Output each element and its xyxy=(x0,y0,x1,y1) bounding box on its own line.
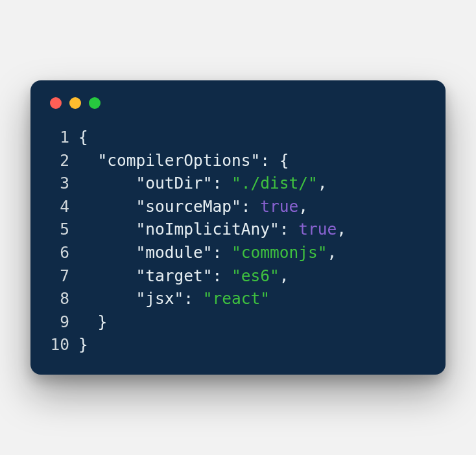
line-number: 9 xyxy=(49,310,78,334)
line-content: "outDir": "./dist/", xyxy=(78,172,327,195)
code-token: "./dist/" xyxy=(232,174,318,192)
code-token xyxy=(78,174,136,192)
zoom-icon[interactable] xyxy=(89,97,101,109)
line-number: 6 xyxy=(49,241,78,264)
code-token: } xyxy=(78,335,88,354)
code-token: } xyxy=(98,312,108,331)
line-number: 1 xyxy=(49,126,78,149)
minimize-icon[interactable] xyxy=(69,97,81,109)
code-token xyxy=(78,289,136,308)
code-token: { xyxy=(78,128,88,146)
window-titlebar xyxy=(49,95,427,126)
code-line: 1{ xyxy=(49,126,427,149)
code-token: : xyxy=(241,197,261,216)
line-content: "module": "commonjs", xyxy=(78,241,337,264)
code-token: : { xyxy=(260,151,289,170)
code-block: 1{2 "compilerOptions": {3 "outDir": "./d… xyxy=(49,126,427,356)
code-token: , xyxy=(337,220,346,239)
code-token: "jsx" xyxy=(136,289,184,308)
code-token xyxy=(78,312,98,331)
code-token: true xyxy=(260,197,298,216)
code-token xyxy=(78,197,136,216)
line-content: "noImplicitAny": true, xyxy=(78,218,346,241)
code-line: 8 "jsx": "react" xyxy=(49,287,427,310)
code-token: : xyxy=(213,243,232,262)
line-content: } xyxy=(78,310,107,334)
line-content: { xyxy=(78,126,88,149)
close-icon[interactable] xyxy=(50,97,62,109)
code-token xyxy=(78,220,136,239)
editor-window: 1{2 "compilerOptions": {3 "outDir": "./d… xyxy=(30,80,446,374)
line-content: "target": "es6", xyxy=(78,264,289,288)
code-token: : xyxy=(280,220,299,239)
code-line: 2 "compilerOptions": { xyxy=(49,149,427,172)
line-content: "jsx": "react" xyxy=(78,287,270,310)
code-token xyxy=(78,243,136,262)
code-line: 4 "sourceMap": true, xyxy=(49,195,427,218)
code-token: "noImplicitAny" xyxy=(136,220,280,239)
code-line: 3 "outDir": "./dist/", xyxy=(49,172,427,195)
code-token xyxy=(78,266,136,285)
code-line: 9 } xyxy=(49,310,427,334)
code-token: "sourceMap" xyxy=(136,197,241,216)
code-token: , xyxy=(327,243,337,262)
code-token: "module" xyxy=(136,243,213,262)
code-token xyxy=(78,151,98,170)
line-content: } xyxy=(78,333,88,356)
code-token: "compilerOptions" xyxy=(98,151,261,170)
code-token: , xyxy=(318,174,327,192)
line-number: 10 xyxy=(49,333,78,356)
line-number: 7 xyxy=(49,264,78,288)
code-line: 6 "module": "commonjs", xyxy=(49,241,427,264)
line-number: 2 xyxy=(49,149,78,172)
code-line: 7 "target": "es6", xyxy=(49,264,427,288)
code-token: "react" xyxy=(203,289,270,308)
code-token: : xyxy=(213,174,232,192)
code-line: 5 "noImplicitAny": true, xyxy=(49,218,427,241)
line-number: 8 xyxy=(49,287,78,310)
code-token: "es6" xyxy=(232,266,280,285)
code-token: , xyxy=(298,197,308,216)
code-line: 10} xyxy=(49,333,427,356)
line-number: 4 xyxy=(49,195,78,218)
line-number: 5 xyxy=(49,218,78,241)
line-content: "compilerOptions": { xyxy=(78,149,289,172)
code-token: "outDir" xyxy=(136,174,213,192)
code-token: : xyxy=(184,289,203,308)
line-content: "sourceMap": true, xyxy=(78,195,308,218)
code-token: : xyxy=(213,266,232,285)
code-token: , xyxy=(280,266,289,285)
code-token: true xyxy=(298,220,337,239)
code-token: "target" xyxy=(136,266,213,285)
line-number: 3 xyxy=(49,172,78,195)
code-token: "commonjs" xyxy=(232,243,327,262)
